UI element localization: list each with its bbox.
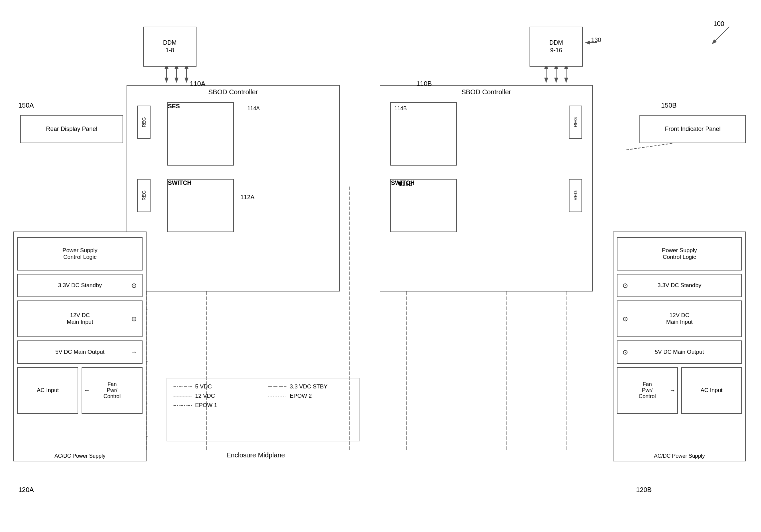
- reg-box-a2: REG: [137, 179, 151, 212]
- psu-left-bottom-row: AC Input FanPwr/Control ←: [17, 367, 143, 414]
- psu-left-5v: 5V DC Main Output →: [17, 340, 143, 364]
- ddm-1-8-box: DDM1-8: [143, 27, 196, 67]
- psu-left-control-logic: Power SupplyControl Logic: [17, 237, 143, 270]
- legend-box: 5 VDC 3.3 VDC STBY 12 VDC EPOW 2 EPOW 1: [167, 378, 360, 441]
- diagram-container: 100 DDM1-8 DDM9-16 130 SBOD Controller R…: [0, 0, 761, 532]
- arrow-130: [584, 39, 598, 46]
- psu-right: Power SupplyControl Logic 3.3V DC Standb…: [613, 232, 746, 461]
- legend-5vdc-label: 5 VDC: [195, 383, 212, 390]
- psu-left: Power SupplyControl Logic 3.3V DC Standb…: [13, 232, 147, 461]
- psu-right-33v-label: 3.3V DC Standby: [657, 282, 701, 289]
- psu-right-control-logic-label: Power SupplyControl Logic: [662, 247, 697, 261]
- switch-a-ref-label: 112A: [240, 194, 254, 201]
- psu-right-ac-input: AC Input: [681, 367, 742, 414]
- switch-b-ref-label: 112B: [399, 181, 413, 188]
- legend-item-5vdc: 5 VDC: [174, 383, 258, 390]
- psu-left-fan-arrow: ←: [84, 387, 90, 394]
- psu-left-control-logic-label: Power SupplyControl Logic: [63, 247, 98, 261]
- ses-box-a: 114A SES: [167, 102, 234, 166]
- psu-right-control-logic: Power SupplyControl Logic: [617, 237, 742, 270]
- psu-left-fan: FanPwr/Control ←: [82, 367, 143, 414]
- psu-right-33v: 3.3V DC Standby ⊙: [617, 274, 742, 297]
- psu-right-fan-label: FanPwr/Control: [639, 381, 656, 399]
- psu-right-5v: 5V DC Main Output ⊙: [617, 340, 742, 364]
- ref-120b: 120B: [636, 486, 652, 494]
- psu-right-ac-label: AC Input: [700, 387, 722, 394]
- legend-epow1-label: EPOW 1: [195, 402, 217, 409]
- reg-box-a1: REG: [137, 106, 151, 139]
- ses-ref-label: 114A: [247, 106, 260, 112]
- psu-left-12v-arrow: ⊙: [131, 315, 137, 323]
- switch-box-a: SWITCH: [167, 179, 234, 232]
- psu-right-5v-label: 5V DC Main Output: [655, 349, 704, 355]
- psu-left-fan-label: FanPwr/Control: [104, 381, 121, 399]
- sbod-a-label: SBOD Controller: [208, 88, 258, 96]
- front-indicator-panel: Front Indicator Panel: [639, 115, 746, 143]
- front-panel-label: Front Indicator Panel: [665, 125, 720, 133]
- psu-right-fan-arrow: →: [669, 387, 675, 394]
- psu-left-12v: 12V DCMain Input ⊙: [17, 300, 143, 337]
- legend-item-33stby: 3.3 VDC STBY: [268, 383, 353, 390]
- legend-epow2-label: EPOW 2: [290, 393, 312, 399]
- svg-line-30: [713, 27, 729, 43]
- legend-grid: 5 VDC 3.3 VDC STBY 12 VDC EPOW 2 EPOW 1: [174, 383, 353, 409]
- legend-33stby-label: 3.3 VDC STBY: [290, 383, 327, 390]
- psu-left-33v-label: 3.3V DC Standby: [58, 282, 102, 289]
- legend-item-epow2: EPOW 2: [268, 393, 353, 399]
- rear-panel-label: Rear Display Panel: [46, 125, 97, 133]
- psu-left-12v-label: 12V DCMain Input: [67, 312, 93, 325]
- psu-right-5v-arrow: ⊙: [622, 348, 628, 356]
- psu-right-33v-arrow: ⊙: [622, 281, 628, 289]
- psu-right-12v-label: 12V DCMain Input: [666, 312, 692, 325]
- rear-display-panel: Rear Display Panel: [20, 115, 123, 143]
- psu-right-bottom-row: FanPwr/Control → AC Input: [617, 367, 742, 414]
- ref-110a: 110A: [190, 80, 205, 88]
- sbod-controller-a: SBOD Controller REG 114A SES REG SWITCH …: [127, 85, 340, 291]
- psu-left-ac-label: AC Input: [37, 387, 59, 394]
- ses-box-b: 114B: [390, 102, 457, 166]
- psu-left-5v-label: 5V DC Main Output: [55, 349, 104, 355]
- ddm-9-16-label: DDM9-16: [550, 39, 563, 55]
- legend-item-12vdc: 12 VDC: [174, 393, 258, 399]
- sesb-ref-label: 114B: [394, 106, 407, 112]
- ses-label: SES: [168, 103, 180, 110]
- sbod-b-label: SBOD Controller: [462, 88, 511, 96]
- psu-left-5v-arrow: →: [131, 349, 137, 356]
- ref-120a: 120A: [18, 486, 34, 494]
- ref-150b: 150B: [661, 102, 677, 109]
- legend-item-epow1: EPOW 1: [174, 402, 258, 409]
- psu-left-33v: 3.3V DC Standby ⊙: [17, 274, 143, 297]
- psu-right-12v: 12V DCMain Input ⊙: [617, 300, 742, 337]
- psu-right-fan: FanPwr/Control →: [617, 367, 678, 414]
- ref-110b: 110B: [416, 80, 432, 88]
- psu-left-33v-arrow: ⊙: [131, 281, 137, 289]
- midplane-label: Enclosure Midplane: [226, 451, 285, 459]
- psu-left-bottom-label: AC/DC Power Supply: [55, 453, 106, 459]
- ref-150a: 150A: [18, 102, 34, 109]
- psu-right-12v-arrow: ⊙: [622, 315, 628, 323]
- arrow-100: [711, 25, 731, 45]
- switch-label-a: SWITCH: [168, 180, 191, 186]
- sbod-controller-b: SBOD Controller 114B REG SWITCH 112B REG: [380, 85, 593, 291]
- ddm-9-16-box: DDM9-16: [530, 27, 583, 67]
- reg-box-b2: REG: [569, 179, 582, 212]
- ddm-1-8-label: DDM1-8: [163, 39, 177, 55]
- svg-line-29: [626, 143, 673, 150]
- psu-left-ac-input: AC Input: [17, 367, 78, 414]
- legend-12vdc-label: 12 VDC: [195, 393, 215, 399]
- reg-box-b1: REG: [569, 106, 582, 139]
- psu-right-bottom-label: AC/DC Power Supply: [654, 453, 705, 459]
